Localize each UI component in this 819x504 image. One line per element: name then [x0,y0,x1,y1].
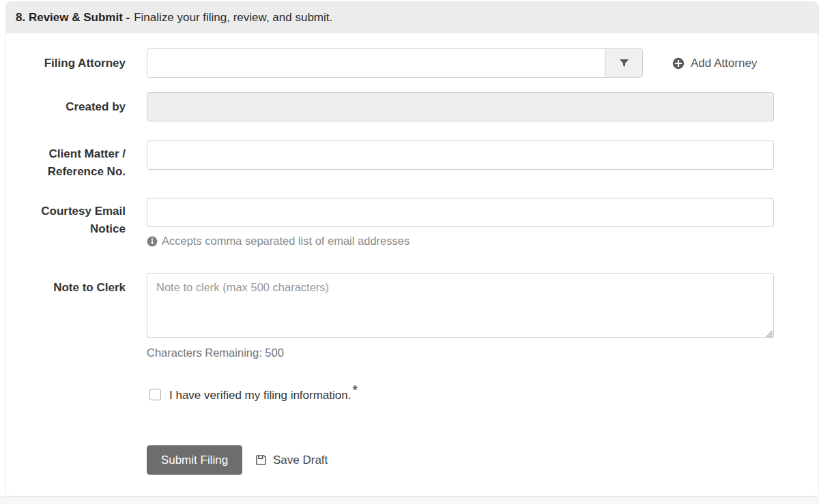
client-matter-input[interactable] [147,140,774,170]
courtesy-email-help: Accepts comma separated list of email ad… [147,235,410,248]
courtesy-email-label: Courtesy Email Notice [6,203,126,238]
courtesy-email-help-text: Accepts comma separated list of email ad… [162,235,410,248]
section-subtitle: Finalize your filing, review, and submit… [134,11,332,25]
attorney-filter-button[interactable] [605,48,643,78]
floppy-disk-icon [255,454,268,466]
client-matter-label: Client Matter / Reference No. [6,145,126,181]
courtesy-email-input[interactable] [147,198,774,227]
page-bottom-background [0,496,819,504]
filing-attorney-input[interactable] [147,48,605,78]
save-draft-button[interactable]: Save Draft [255,445,328,475]
filing-attorney-label: Filing Attorney [6,48,126,78]
note-to-clerk-textarea[interactable] [147,273,774,338]
verification-row: I have verified my filing information.* [149,386,358,404]
section-title: 8. Review & Submit - [16,11,130,25]
save-draft-label: Save Draft [273,454,328,467]
characters-remaining-text: Characters Remaining: 500 [147,346,284,359]
created-by-input [147,92,774,121]
note-to-clerk-label: Note to Clerk [6,273,126,302]
plus-circle-icon [672,57,685,70]
submit-filing-button[interactable]: Submit Filing [147,445,242,475]
created-by-label: Created by [6,92,126,121]
verify-checkbox[interactable] [149,389,161,400]
section-header: 8. Review & Submit - Finalize your filin… [6,2,818,33]
verify-checkbox-label: I have verified my filing information.* [169,386,358,404]
review-submit-panel: 8. Review & Submit - Finalize your filin… [5,1,819,496]
required-asterisk: * [352,383,357,397]
add-attorney-label: Add Attorney [691,57,757,70]
add-attorney-button[interactable]: Add Attorney [672,48,757,78]
textarea-resize-handle[interactable] [765,329,773,337]
funnel-icon [619,58,629,68]
info-circle-icon [147,236,158,247]
